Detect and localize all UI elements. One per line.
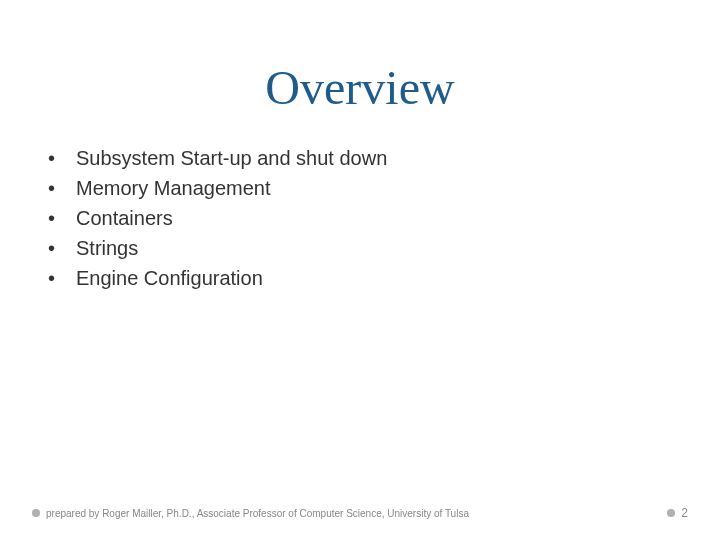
slide-title: Overview <box>0 60 720 115</box>
bullet-icon <box>32 509 40 517</box>
page-number: 2 <box>681 506 688 520</box>
bullet-list: Subsystem Start-up and shut down Memory … <box>48 143 720 293</box>
list-item: Containers <box>48 203 720 233</box>
list-item: Strings <box>48 233 720 263</box>
footer: prepared by Roger Mailler, Ph.D., Associ… <box>0 506 720 520</box>
footer-page-wrap: 2 <box>667 506 688 520</box>
footer-credit: prepared by Roger Mailler, Ph.D., Associ… <box>46 508 469 519</box>
bullet-icon <box>667 509 675 517</box>
list-item: Memory Management <box>48 173 720 203</box>
footer-credit-wrap: prepared by Roger Mailler, Ph.D., Associ… <box>32 508 469 519</box>
list-item: Subsystem Start-up and shut down <box>48 143 720 173</box>
list-item: Engine Configuration <box>48 263 720 293</box>
